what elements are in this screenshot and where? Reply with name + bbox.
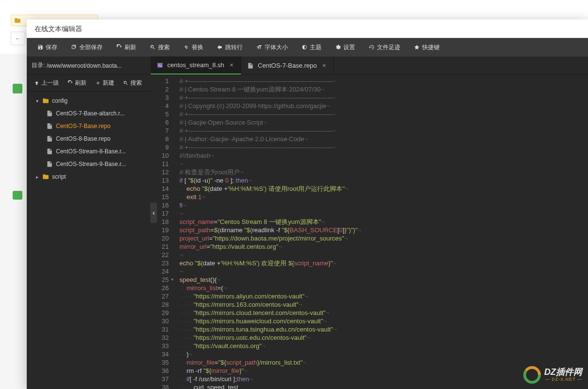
- terminal-icon: [157, 62, 163, 69]
- toolbar-goto-button[interactable]: 跳转行: [211, 41, 249, 54]
- folder-icon: [42, 173, 49, 180]
- background-sidebar-icon: [13, 84, 22, 93]
- goto-icon: [217, 44, 223, 50]
- file-icon: [46, 148, 53, 155]
- toolbar-label: 替换: [192, 43, 203, 52]
- toolbar-label: 文件足迹: [377, 43, 400, 52]
- toolbar-label: 主题: [310, 43, 321, 52]
- background-sidebar-icon: [13, 191, 22, 200]
- path-row: 目录: /www/wwwroot/down.baota...: [27, 56, 151, 75]
- expand-icon: ▸: [35, 174, 39, 180]
- tree-item-label: script: [52, 173, 66, 180]
- toolbar-label: 搜索: [158, 43, 170, 52]
- toolbar-font-button[interactable]: 字体大小: [250, 41, 294, 54]
- saveall-icon: [71, 44, 77, 50]
- tree-file[interactable]: CentOS-7-Base.repo: [27, 120, 151, 132]
- tab-label: CentOS-7-Base.repo: [258, 62, 317, 69]
- file-icon: >: [247, 62, 254, 69]
- toolbar-label: 刷新: [125, 43, 136, 52]
- background-sidebar-icon: [13, 62, 22, 72]
- toolbar-label: 跳转行: [225, 43, 243, 52]
- collapse-sidebar-handle[interactable]: ‹: [150, 203, 157, 223]
- tree-search-button[interactable]: 搜索: [119, 77, 146, 89]
- code-content[interactable]: #·+-------------------------------------…: [173, 75, 588, 389]
- toolbar-label: 快捷键: [422, 43, 440, 52]
- toolbar-save-button[interactable]: 保存: [32, 41, 63, 54]
- toolbar-label: 保存: [46, 43, 57, 52]
- editor-tab[interactable]: >CentOS-7-Base.repo×: [241, 56, 334, 74]
- font-icon: [256, 44, 262, 50]
- tree-up-button[interactable]: 上一级: [30, 77, 63, 89]
- file-icon: [46, 161, 53, 167]
- refresh-icon: [116, 44, 122, 50]
- path-text: /www/wwwroot/down.baota...: [47, 62, 146, 69]
- tree-item-label: config: [52, 97, 68, 104]
- tree-folder[interactable]: ▸script: [27, 170, 151, 183]
- background-sidebar: [9, 54, 26, 221]
- folder-icon: [42, 97, 49, 104]
- background-back-button: ←: [11, 32, 25, 45]
- tree-item-label: CentOS-8-Base.repo: [56, 135, 110, 142]
- tree-item-label: CentOS-Stream-8-Base.r...: [56, 148, 126, 155]
- file-icon: [46, 110, 53, 117]
- tree-refresh-button[interactable]: 刷新: [63, 77, 91, 89]
- file-icon: [46, 123, 53, 130]
- tree-btn-label: 新建: [103, 79, 114, 87]
- svg-rect-0: [158, 63, 163, 67]
- toolbar-history-button[interactable]: 文件足迹: [363, 41, 406, 54]
- tree-file[interactable]: CentOS-Stream-9-Base.r...: [27, 158, 151, 170]
- tree-toolbar: 上一级刷新新建搜索: [27, 75, 151, 92]
- toolbar-label: 全部保存: [79, 43, 103, 52]
- replace-icon: [183, 44, 189, 50]
- tree-btn-label: 上一级: [41, 79, 59, 87]
- search-icon: [123, 80, 128, 86]
- background-sidebar-icon: [13, 105, 22, 115]
- toolbar-theme-button[interactable]: 主题: [296, 41, 327, 54]
- search-icon: [150, 44, 156, 50]
- line-gutter: 1234567891011121314151617181920212223242…: [151, 75, 173, 389]
- tree-item-label: CentOS-7-Base-altarch.r...: [56, 110, 125, 117]
- toolbar-search-button[interactable]: 搜索: [144, 41, 176, 54]
- toolbar-shortcut-button[interactable]: 快捷键: [408, 41, 445, 54]
- background-sidebar-icon: [13, 148, 22, 158]
- theme-icon: [302, 44, 307, 50]
- expand-icon: ▾: [35, 98, 39, 104]
- tree-file[interactable]: CentOS-Stream-8-Base.r...: [27, 145, 151, 158]
- editor-modal: 在线文本编辑器 保存全部保存刷新搜索替换跳转行字体大小主题设置文件足迹快捷键 目…: [27, 19, 588, 389]
- background-sidebar-icon: [13, 127, 22, 136]
- code-area[interactable]: 1234567891011121314151617181920212223242…: [151, 75, 588, 389]
- tab-label: centos_stream_8.sh: [167, 61, 224, 69]
- toolbar-label: 字体大小: [265, 43, 288, 52]
- file-tree-sidebar: 目录: /www/wwwroot/down.baota... 上一级刷新新建搜索…: [27, 56, 151, 389]
- up-icon: [34, 80, 39, 86]
- tree-item-label: CentOS-7-Base.repo: [56, 123, 110, 130]
- close-icon[interactable]: ×: [228, 62, 235, 69]
- editor-main: 目录: /www/wwwroot/down.baota... 上一级刷新新建搜索…: [27, 56, 588, 389]
- toolbar-refresh-button[interactable]: 刷新: [110, 41, 142, 54]
- settings-icon: [335, 44, 341, 50]
- editor-tab[interactable]: centos_stream_8.sh×: [151, 56, 241, 74]
- background-sidebar-icon: [13, 211, 22, 221]
- tree-item-label: CentOS-Stream-9-Base.r...: [56, 161, 126, 167]
- tree-btn-label: 刷新: [75, 79, 87, 87]
- tree-file[interactable]: CentOS-7-Base-altarch.r...: [27, 107, 151, 120]
- close-icon[interactable]: ×: [321, 62, 327, 69]
- save-icon: [37, 44, 43, 50]
- tree-folder[interactable]: ▾config: [27, 94, 151, 107]
- refresh-icon: [68, 80, 73, 86]
- modal-title: 在线文本编辑器: [27, 19, 588, 38]
- file-tree: ▾configCentOS-7-Base-altarch.r...CentOS-…: [27, 92, 151, 389]
- shortcut-icon: [414, 44, 420, 50]
- tree-file[interactable]: CentOS-8-Base.repo: [27, 132, 151, 145]
- new-icon: [95, 80, 101, 86]
- background-sidebar-icon: [13, 169, 22, 179]
- path-label: 目录:: [32, 61, 45, 70]
- toolbar-saveall-button[interactable]: 全部保存: [65, 41, 108, 54]
- toolbar-replace-button[interactable]: 替换: [178, 41, 209, 54]
- editor-panel: ‹ centos_stream_8.sh×>CentOS-7-Base.repo…: [151, 56, 588, 389]
- toolbar-settings-button[interactable]: 设置: [329, 41, 361, 54]
- history-icon: [369, 44, 374, 50]
- editor-toolbar: 保存全部保存刷新搜索替换跳转行字体大小主题设置文件足迹快捷键: [27, 38, 588, 56]
- tree-new-button[interactable]: 新建: [91, 77, 119, 89]
- file-icon: [46, 135, 53, 142]
